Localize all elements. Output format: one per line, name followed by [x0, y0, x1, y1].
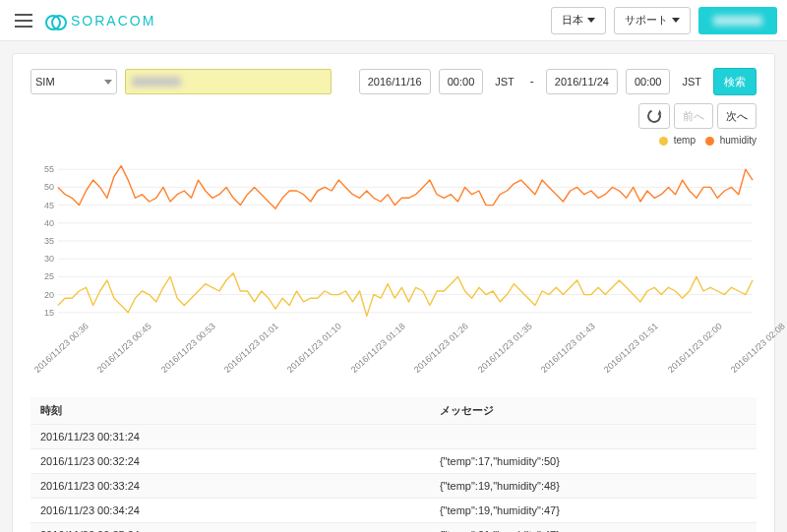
filter-row: SIM 2016/11/16 00:00 JST - 2016/11/24 00… — [30, 68, 757, 95]
locale-label: 日本 — [562, 13, 583, 28]
svg-text:30: 30 — [44, 254, 54, 264]
svg-text:55: 55 — [44, 164, 54, 174]
topbar: SORACOM 日本 サポート — [0, 0, 787, 41]
brand-logo[interactable]: SORACOM — [45, 11, 155, 30]
search-button[interactable]: 検索 — [713, 68, 757, 95]
date-to-input[interactable]: 2016/11/24 — [546, 69, 618, 94]
message-table: 時刻 メッセージ 2016/11/23 00:31:242016/11/23 0… — [30, 397, 757, 532]
cell-msg: {"temp":17,"humidity":50} — [430, 449, 757, 474]
logo-icon — [45, 11, 65, 30]
refresh-button[interactable] — [638, 103, 670, 129]
menu-icon[interactable] — [10, 7, 37, 34]
svg-text:35: 35 — [44, 236, 54, 246]
cell-time: 2016/11/23 00:31:24 — [30, 425, 430, 449]
main-panel: SIM 2016/11/16 00:00 JST - 2016/11/24 00… — [12, 53, 775, 532]
table-row: 2016/11/23 00:33:24{"temp":19,"humidity"… — [30, 474, 757, 499]
swatch-humidity — [705, 137, 714, 146]
table-row: 2016/11/23 00:32:24{"temp":17,"humidity"… — [30, 449, 757, 474]
next-button[interactable]: 次へ — [717, 103, 757, 129]
resource-type-label: SIM — [35, 76, 55, 88]
svg-text:25: 25 — [44, 271, 54, 281]
chart-x-axis-labels: 2016/11/23 00:362016/11/23 00:452016/11/… — [30, 340, 757, 389]
cell-msg: {"temp":19,"humidity":48} — [430, 474, 757, 499]
sim-id-redacted — [132, 77, 181, 87]
sim-id-input[interactable] — [125, 69, 332, 94]
chevron-down-icon — [587, 18, 595, 23]
resource-type-select[interactable]: SIM — [30, 69, 117, 94]
svg-text:50: 50 — [44, 182, 54, 192]
cell-msg — [430, 425, 757, 449]
support-label: サポート — [625, 13, 668, 28]
tz-to-label: JST — [678, 76, 705, 88]
table-row: 2016/11/23 00:35:24{"temp":21,"humidity"… — [30, 523, 757, 533]
chevron-down-icon — [104, 80, 112, 85]
legend-temp: temp — [659, 135, 696, 146]
table-row: 2016/11/23 00:34:24{"temp":19,"humidity"… — [30, 499, 757, 523]
tz-from-label: JST — [491, 76, 518, 88]
date-from-input[interactable]: 2016/11/16 — [359, 69, 431, 94]
time-to-input[interactable]: 00:00 — [626, 69, 671, 94]
support-dropdown[interactable]: サポート — [614, 7, 691, 34]
timeseries-chart: 152025303540455055 — [30, 148, 757, 334]
col-msg-header: メッセージ — [430, 397, 757, 425]
cell-time: 2016/11/23 00:32:24 — [30, 449, 430, 474]
locale-dropdown[interactable]: 日本 — [551, 7, 606, 34]
pagination-row: 前へ 次へ — [30, 103, 757, 129]
prev-button[interactable]: 前へ — [674, 103, 713, 129]
cell-time: 2016/11/23 00:35:24 — [30, 523, 430, 533]
time-from-input[interactable]: 00:00 — [439, 69, 484, 94]
chevron-down-icon — [672, 18, 680, 23]
cell-msg: {"temp":19,"humidity":47} — [430, 499, 757, 523]
brand-name: SORACOM — [71, 13, 155, 29]
svg-text:40: 40 — [44, 218, 54, 228]
date-range-separator: - — [526, 75, 538, 89]
cell-time: 2016/11/23 00:34:24 — [30, 499, 430, 523]
cell-time: 2016/11/23 00:33:24 — [30, 474, 430, 499]
user-chip[interactable] — [698, 7, 777, 34]
chart-legend: temp humidity — [30, 135, 757, 146]
svg-text:20: 20 — [44, 290, 54, 300]
cell-msg: {"temp":21,"humidity":47} — [430, 523, 757, 533]
table-row: 2016/11/23 00:31:24 — [30, 425, 757, 449]
col-time-header: 時刻 — [30, 397, 430, 425]
svg-text:15: 15 — [44, 308, 54, 318]
svg-text:45: 45 — [44, 201, 54, 210]
user-name-redacted — [713, 16, 762, 26]
refresh-icon — [645, 107, 663, 125]
legend-humidity: humidity — [705, 135, 757, 146]
swatch-temp — [659, 137, 668, 146]
